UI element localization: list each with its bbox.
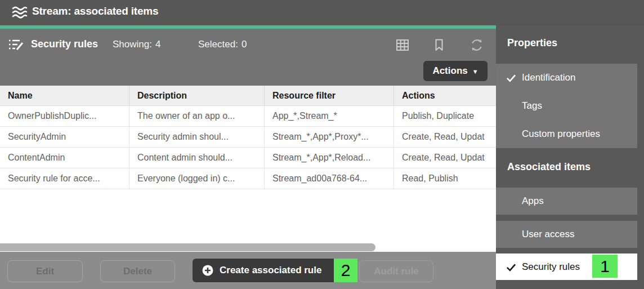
- sidebar-item-label: Security rules: [522, 261, 580, 272]
- selected-value: 0: [242, 39, 247, 50]
- bottom-action-bar: Edit Delete Create associated rule 2 Aud…: [0, 252, 496, 289]
- qmc-stream-associated-items-window: Stream: associated items Security rules …: [0, 0, 644, 289]
- plus-circle-icon: [202, 264, 214, 277]
- showing-label: Showing:: [113, 39, 152, 50]
- sidebar-section-properties: Properties: [507, 37, 557, 49]
- create-associated-rule-button[interactable]: Create associated rule: [193, 259, 342, 282]
- cell-actions: Read, Publish: [394, 168, 496, 189]
- table-toolbar: Security rules Showing:4 Selected:0: [0, 29, 496, 86]
- stream-icon: [11, 5, 28, 20]
- refresh-icon[interactable]: [469, 38, 484, 52]
- cell-actions: Create, Read, Updat: [394, 127, 496, 147]
- column-header-description[interactable]: Description: [129, 86, 265, 105]
- showing-count: Showing:4: [113, 39, 160, 50]
- annotation-badge-1: 1: [592, 255, 618, 278]
- list-edit-icon: [8, 38, 24, 52]
- actions-label: Actions: [432, 65, 467, 77]
- cell-resource-filter: App_*,Stream_*: [265, 106, 394, 126]
- table-title: Security rules: [31, 38, 98, 50]
- horizontal-scrollbar-thumb[interactable]: [0, 243, 375, 251]
- cell-description: Everyone (logged in) c...: [129, 168, 265, 189]
- cell-actions: Publish, Duplicate: [394, 106, 496, 126]
- selected-label: Selected:: [198, 39, 238, 50]
- table-row[interactable]: OwnerPublishDuplic... The owner of an ap…: [0, 106, 496, 127]
- cell-actions: Create, Read, Updat: [394, 148, 496, 168]
- table-row[interactable]: Security rule for acce... Everyone (logg…: [0, 168, 496, 189]
- table-row[interactable]: SecurityAdmin Security admin shoul... St…: [0, 127, 496, 148]
- edit-button[interactable]: Edit: [7, 260, 83, 282]
- sidebar-item-label: Custom properties: [522, 128, 600, 139]
- cell-description: Security admin shoul...: [129, 127, 265, 147]
- sidebar-item-user-access[interactable]: User access: [496, 221, 637, 248]
- sidebar-item-label: User access: [522, 229, 575, 239]
- sidebar-item-tags[interactable]: Tags: [496, 92, 637, 120]
- chevron-down-icon: ▼: [472, 68, 478, 75]
- column-header-name[interactable]: Name: [0, 86, 129, 105]
- cell-resource-filter: Stream_*,App*,Reload...: [265, 148, 394, 168]
- bookmark-icon[interactable]: [432, 38, 446, 52]
- showing-value: 4: [155, 39, 160, 50]
- cell-name: OwnerPublishDuplic...: [0, 106, 129, 126]
- create-associated-rule-label: Create associated rule: [220, 265, 321, 276]
- page-title: Stream: associated items: [32, 5, 158, 17]
- selected-count: Selected:0: [198, 39, 247, 50]
- checkmark-icon: [506, 261, 517, 273]
- security-rules-table-panel: Name Description Resource filter Actions…: [0, 86, 496, 252]
- sidebar-item-identification[interactable]: Identification: [496, 64, 637, 92]
- annotation-badge-2: 2: [334, 259, 357, 282]
- cell-name: Security rule for acce...: [0, 168, 129, 189]
- cell-name: SecurityAdmin: [0, 127, 129, 147]
- cell-description: The owner of an app o...: [129, 106, 265, 126]
- table-header-row: Name Description Resource filter Actions: [0, 86, 496, 106]
- column-header-actions[interactable]: Actions: [394, 86, 496, 105]
- sidebar-item-apps[interactable]: Apps: [496, 188, 637, 215]
- properties-sidebar: Properties Identification Tags Custom pr…: [496, 25, 644, 289]
- sidebar-section-associated-items: Associated items: [507, 161, 591, 173]
- cell-name: ContentAdmin: [0, 148, 129, 168]
- column-selector-icon[interactable]: [395, 38, 410, 52]
- cell-resource-filter: Stream_*,App*,Proxy*...: [265, 127, 394, 147]
- table-row[interactable]: ContentAdmin Content admin should... Str…: [0, 148, 496, 168]
- checkmark-icon: [506, 72, 517, 83]
- sidebar-item-label: Tags: [522, 100, 542, 111]
- actions-dropdown-button[interactable]: Actions ▼: [423, 61, 488, 81]
- properties-items-block: Identification Tags Custom properties: [496, 64, 637, 148]
- column-header-resource-filter[interactable]: Resource filter: [265, 86, 394, 105]
- audit-rule-button[interactable]: Audit rule: [359, 260, 433, 282]
- sidebar-item-custom-properties[interactable]: Custom properties: [496, 120, 637, 148]
- cell-description: Content admin should...: [129, 148, 265, 168]
- delete-button[interactable]: Delete: [100, 260, 175, 282]
- sidebar-item-label: Identification: [522, 72, 575, 83]
- sidebar-item-label: Apps: [522, 195, 544, 206]
- top-bar: Stream: associated items: [0, 0, 644, 25]
- security-rules-table: Name Description Resource filter Actions…: [0, 86, 496, 189]
- cell-resource-filter: Stream_ad00a768-64...: [265, 168, 394, 189]
